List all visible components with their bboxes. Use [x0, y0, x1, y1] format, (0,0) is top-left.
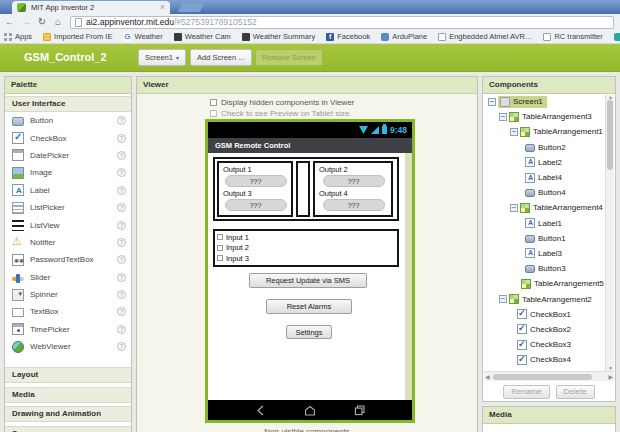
- settings-button[interactable]: Settings: [286, 325, 332, 339]
- recent-apps-icon[interactable]: [353, 404, 366, 417]
- forward-button[interactable]: →: [19, 14, 33, 30]
- bookmark-facebook[interactable]: fFacebook: [326, 32, 370, 41]
- bookmark-arduplane[interactable]: ArduPlane: [381, 32, 427, 41]
- tree-item-checkbox3[interactable]: CheckBox3: [483, 337, 615, 352]
- tree-item-checkbox1[interactable]: CheckBox1: [483, 307, 615, 322]
- checkbox[interactable]: [217, 255, 223, 261]
- spacer-arrangement[interactable]: [296, 161, 310, 217]
- palette-item-listpicker[interactable]: ListPicker: [5, 199, 131, 216]
- help-icon[interactable]: [117, 151, 126, 160]
- output4-button[interactable]: ???: [323, 199, 385, 211]
- tree-item-label3[interactable]: Label3: [483, 246, 615, 261]
- help-icon[interactable]: [117, 186, 126, 195]
- reload-button[interactable]: ↻: [35, 14, 49, 30]
- help-icon[interactable]: [117, 273, 126, 282]
- palette-item-image[interactable]: Image: [5, 164, 131, 181]
- tree-item-label2[interactable]: Label2: [483, 155, 615, 170]
- rename-button[interactable]: Rename: [503, 385, 549, 399]
- palette-item-slider[interactable]: Slider: [5, 269, 131, 286]
- help-icon[interactable]: [117, 221, 126, 230]
- bookmark-apps[interactable]: Apps: [4, 32, 32, 41]
- tree-item-tablearrangement5[interactable]: TableArrangement5: [483, 276, 615, 291]
- reset-alarms-button[interactable]: Reset Alarms: [266, 299, 352, 314]
- help-icon[interactable]: [117, 238, 126, 247]
- palette-section-layout[interactable]: Layout: [5, 367, 131, 383]
- bookmark-engbedded[interactable]: Engbedded Atmel AVR…: [438, 32, 532, 41]
- screen-selector-dropdown[interactable]: Screen1: [138, 49, 186, 66]
- inputs-table-arrangement[interactable]: Input 1 Input 2 Input 3 Input 4: [213, 229, 399, 267]
- checkbox[interactable]: [217, 234, 223, 240]
- palette-item-notifier[interactable]: Notifier: [5, 234, 131, 251]
- help-icon[interactable]: [117, 290, 126, 299]
- checkbox[interactable]: [210, 110, 217, 117]
- scroll-right-icon[interactable]: ▶: [608, 373, 613, 381]
- help-icon[interactable]: [117, 255, 126, 264]
- tablet-preview-checkbox-row[interactable]: Check to see Preview on Tablet size.: [210, 109, 352, 118]
- palette-item-spinner[interactable]: Spinner: [5, 286, 131, 303]
- checkbox[interactable]: [210, 99, 217, 106]
- checkbox[interactable]: [217, 245, 223, 251]
- collapse-icon[interactable]: [510, 204, 518, 212]
- help-icon[interactable]: [117, 116, 126, 125]
- tree-vertical-scrollbar[interactable]: ▲ ▼: [605, 95, 614, 371]
- tab-close-icon[interactable]: ×: [160, 3, 165, 12]
- help-icon[interactable]: [117, 203, 126, 212]
- bookmark-weather-summary[interactable]: Weather Summary: [242, 32, 315, 41]
- tree-item-button1[interactable]: Button1: [483, 231, 615, 246]
- tree-item-checkbox2[interactable]: CheckBox2: [483, 322, 615, 337]
- tree-item-label1[interactable]: Label1: [483, 216, 615, 231]
- tree-item-button2[interactable]: Button2: [483, 140, 615, 155]
- bookmark-imported-from-ie[interactable]: Imported From IE: [43, 32, 112, 41]
- palette-section-drawing-animation[interactable]: Drawing and Animation: [5, 406, 131, 422]
- help-icon[interactable]: [117, 342, 126, 351]
- palette-item-passwordtextbox[interactable]: PasswordTextBox: [5, 251, 131, 268]
- tree-item-tablearrangement2[interactable]: TableArrangement2: [483, 291, 615, 306]
- tree-item-checkbox4[interactable]: CheckBox4: [483, 352, 615, 367]
- palette-section-media[interactable]: Media: [5, 387, 131, 403]
- collapse-icon[interactable]: [488, 98, 496, 106]
- tree-item-tablearrangement1[interactable]: TableArrangement1: [483, 124, 615, 139]
- back-button[interactable]: ←: [3, 14, 17, 30]
- tree-item-screen1[interactable]: Screen1: [483, 94, 615, 109]
- palette-item-button[interactable]: Button: [5, 112, 131, 129]
- request-update-button[interactable]: Request Update via SMS: [249, 273, 367, 288]
- output2-button[interactable]: ???: [323, 175, 385, 187]
- new-tab-button[interactable]: [178, 3, 204, 12]
- bookmark-weather-cam[interactable]: Weather Cam: [174, 32, 231, 41]
- address-bar[interactable]: ai2.appinventor.mit.edu/#527539178910515…: [70, 16, 614, 29]
- home-nav-icon[interactable]: [303, 404, 317, 417]
- palette-item-webviewer[interactable]: WebViewer: [5, 338, 131, 355]
- bookmark-rc-transmitter[interactable]: RC transmitter: [543, 32, 602, 41]
- palette-item-textbox[interactable]: TextBox: [5, 303, 131, 320]
- tree-item-label4[interactable]: Label4: [483, 170, 615, 185]
- palette-item-timepicker[interactable]: TimePicker: [5, 321, 131, 338]
- outputs-left-box[interactable]: Output 1 ??? Output 3 ???: [217, 161, 293, 217]
- collapse-icon[interactable]: [499, 113, 507, 121]
- display-hidden-components-checkbox-row[interactable]: Display hidden components in Viewer: [210, 98, 354, 107]
- input1-checkbox-row[interactable]: Input 1: [217, 232, 397, 243]
- outputs-right-box[interactable]: Output 2 ??? Output 4 ???: [313, 161, 393, 217]
- home-button[interactable]: ⌂: [51, 14, 65, 30]
- output3-button[interactable]: ???: [225, 199, 287, 211]
- tree-item-tablearrangement4[interactable]: TableArrangement4: [483, 200, 615, 215]
- screen-scrollbar[interactable]: [405, 153, 412, 400]
- collapse-icon[interactable]: [499, 295, 507, 303]
- palette-section-sensors[interactable]: Sensors: [5, 426, 131, 432]
- input4-checkbox-row[interactable]: Input 4: [217, 264, 397, 268]
- palette-item-datepicker[interactable]: DatePicker: [5, 147, 131, 164]
- input2-checkbox-row[interactable]: Input 2: [217, 243, 397, 254]
- tree-horizontal-scrollbar[interactable]: ◀ ▶: [484, 371, 614, 381]
- collapse-icon[interactable]: [510, 128, 518, 136]
- help-icon[interactable]: [117, 168, 126, 177]
- tree-item-tablearrangement3[interactable]: TableArrangement3: [483, 109, 615, 124]
- input3-checkbox-row[interactable]: Input 3: [217, 253, 397, 264]
- checkbox[interactable]: [217, 266, 223, 267]
- tree-item-button3[interactable]: Button3: [483, 261, 615, 276]
- scrollbar-thumb[interactable]: [607, 100, 613, 170]
- palette-section-user-interface[interactable]: User Interface: [5, 96, 131, 112]
- browser-tab[interactable]: MIT App Inventor 2 ×: [12, 1, 170, 14]
- delete-button[interactable]: Delete: [556, 385, 595, 399]
- bookmark-youtube-converter[interactable]: YouTube to MP4 & MP3: [614, 32, 620, 41]
- scrollbar-thumb[interactable]: [493, 374, 592, 381]
- palette-item-listview[interactable]: ListView: [5, 216, 131, 233]
